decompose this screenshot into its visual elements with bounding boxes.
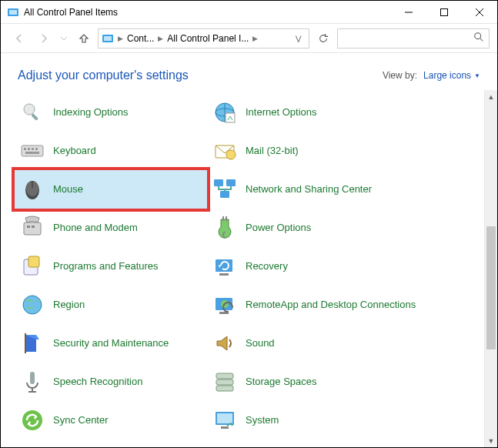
cp-item-mail[interactable]: Mail (32-bit): [207, 132, 453, 170]
scroll-track[interactable]: [485, 103, 497, 434]
cp-item-indexing-options[interactable]: Indexing Options: [15, 93, 207, 132]
control-panel-icon: [7, 6, 19, 18]
cp-item-label: Speech Recognition: [53, 376, 142, 388]
chevron-right-icon[interactable]: ▶: [116, 35, 125, 42]
security-maint-icon: [19, 330, 45, 356]
vertical-scrollbar[interactable]: ▲ ▼: [484, 90, 497, 447]
cp-item-label: Indexing Options: [53, 107, 129, 119]
cp-item-label: Recovery: [246, 261, 288, 272]
cp-item-network-sharing[interactable]: Network and Sharing Center: [207, 170, 453, 209]
viewby-label: View by:: [383, 70, 417, 81]
cp-item-phone-modem[interactable]: Phone and Modem: [15, 209, 207, 247]
cp-item-speech[interactable]: Speech Recognition: [15, 363, 207, 401]
svg-line-9: [480, 38, 483, 42]
indexing-options-icon: [19, 99, 45, 125]
keyboard-icon: [19, 138, 45, 164]
cp-item-label: Network and Sharing Center: [246, 184, 372, 196]
svg-line-4: [476, 8, 483, 16]
cp-item-keyboard[interactable]: Keyboard: [15, 132, 207, 170]
minimize-button[interactable]: [391, 1, 426, 23]
subheader: Adjust your computer's settings View by:…: [1, 53, 497, 90]
address-bar[interactable]: ▶ Cont... ▶ All Control Panel I... ▶ ⋁: [98, 28, 309, 48]
cp-item-label: Programs and Features: [53, 261, 159, 272]
maximize-button[interactable]: [426, 1, 462, 23]
recovery-icon: [212, 253, 238, 279]
cp-item-internet-options[interactable]: Internet Options: [207, 93, 453, 132]
scroll-up-button[interactable]: ▲: [485, 90, 497, 103]
search-icon[interactable]: [473, 32, 484, 45]
cp-item-sync-center[interactable]: Sync Center: [15, 401, 207, 440]
cp-item-security-maint[interactable]: Security and Maintenance: [15, 324, 207, 363]
cp-item-remoteapp[interactable]: RemoteApp and Desktop Connections: [207, 286, 453, 324]
chevron-right-icon[interactable]: ▶: [251, 35, 259, 42]
sound-icon: [212, 330, 238, 356]
cp-item-label: RemoteApp and Desktop Connections: [246, 299, 416, 311]
content-area: Indexing OptionsInternet OptionsKeyboard…: [1, 90, 497, 447]
phone-modem-icon: [19, 215, 45, 241]
cp-item-sound[interactable]: Sound: [207, 324, 453, 363]
scroll-thumb[interactable]: [486, 226, 496, 349]
window-controls: [391, 1, 497, 23]
remoteapp-icon: [212, 292, 238, 318]
cp-item-storage-spaces[interactable]: Storage Spaces: [207, 363, 453, 401]
cp-item-mouse[interactable]: Mouse: [15, 170, 207, 209]
chevron-right-icon[interactable]: ▶: [156, 35, 165, 42]
window: All Control Panel Items: [0, 0, 498, 448]
power-options-icon: [212, 215, 238, 241]
cp-item-recovery[interactable]: Recovery: [207, 247, 453, 286]
up-button[interactable]: [73, 28, 95, 49]
cp-item-programs-features[interactable]: Programs and Features: [15, 247, 207, 286]
svg-point-8: [475, 33, 481, 39]
network-sharing-icon: [212, 176, 238, 202]
svg-rect-7: [104, 36, 112, 41]
back-button[interactable]: [8, 28, 30, 49]
storage-spaces-icon: [212, 369, 238, 395]
programs-features-icon: [19, 253, 45, 279]
page-title: Adjust your computer's settings: [18, 69, 383, 82]
cp-item-region[interactable]: Region: [15, 286, 207, 324]
nav-row: ▶ Cont... ▶ All Control Panel I... ▶ ⋁: [1, 24, 497, 53]
viewby-value: Large icons: [423, 70, 471, 81]
sync-center-icon: [19, 407, 45, 433]
cp-item-label: Security and Maintenance: [53, 338, 169, 349]
chevron-down-icon: ▼: [474, 72, 480, 79]
cp-item-label: Mail (32-bit): [246, 145, 299, 157]
titlebar: All Control Panel Items: [1, 1, 497, 24]
search-box[interactable]: [337, 28, 490, 48]
breadcrumb-seg[interactable]: All Control Panel I...: [167, 33, 249, 44]
cp-item-label: Sound: [246, 338, 275, 349]
internet-options-icon: [212, 99, 238, 125]
system-icon: [212, 407, 238, 433]
cp-item-label: Internet Options: [246, 107, 317, 119]
cp-item-label: Power Options: [246, 222, 311, 234]
forward-button[interactable]: [33, 28, 55, 49]
cp-item-power-options[interactable]: Power Options: [207, 209, 453, 247]
cp-item-label: Region: [53, 299, 85, 311]
speech-icon: [19, 369, 45, 395]
svg-rect-1: [9, 10, 17, 15]
search-input[interactable]: [343, 32, 473, 45]
window-title: All Control Panel Items: [24, 7, 391, 18]
mail-icon: [212, 138, 238, 164]
cp-item-label: System: [246, 415, 279, 426]
refresh-button[interactable]: [313, 28, 334, 48]
address-dropdown-button[interactable]: ⋁: [291, 35, 306, 42]
cp-item-label: Mouse: [53, 184, 83, 196]
close-button[interactable]: [462, 1, 497, 23]
recent-dropdown-button[interactable]: [58, 28, 70, 49]
cp-item-label: Phone and Modem: [53, 222, 138, 234]
viewby-select[interactable]: Large icons ▼: [423, 70, 480, 81]
svg-line-5: [476, 8, 483, 16]
breadcrumb-seg[interactable]: Cont...: [127, 33, 154, 44]
control-panel-icon: [102, 32, 114, 45]
scroll-down-button[interactable]: ▼: [485, 434, 497, 447]
cp-item-system[interactable]: System: [207, 401, 453, 440]
items-grid: Indexing OptionsInternet OptionsKeyboard…: [1, 90, 484, 447]
region-icon: [19, 292, 45, 318]
cp-item-label: Keyboard: [53, 145, 96, 157]
cp-item-label: Storage Spaces: [246, 376, 317, 388]
cp-item-label: Sync Center: [53, 415, 109, 426]
mouse-icon: [19, 176, 45, 202]
svg-rect-3: [441, 8, 448, 15]
